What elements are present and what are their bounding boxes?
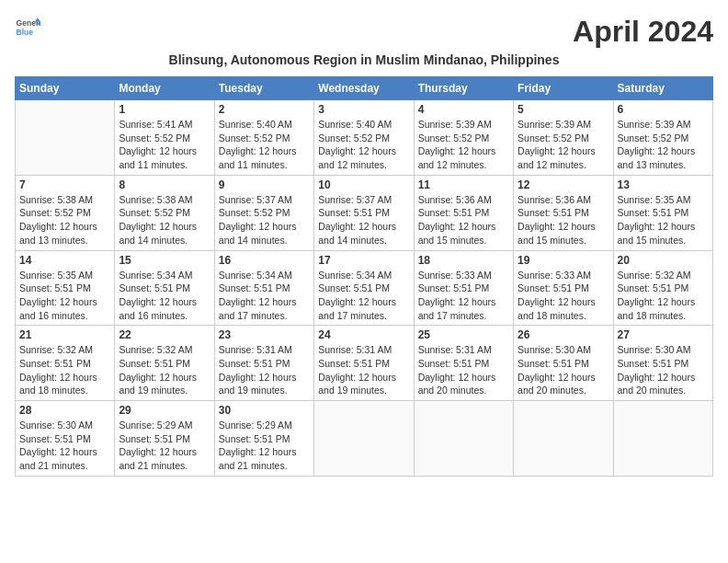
- calendar-table: SundayMondayTuesdayWednesdayThursdayFrid…: [15, 76, 713, 477]
- calendar-cell: 10Sunrise: 5:37 AM Sunset: 5:51 PM Dayli…: [314, 175, 414, 250]
- day-info: Sunrise: 5:37 AM Sunset: 5:52 PM Dayligh…: [219, 193, 310, 247]
- calendar-cell: 29Sunrise: 5:29 AM Sunset: 5:51 PM Dayli…: [115, 401, 214, 477]
- day-info: Sunrise: 5:32 AM Sunset: 5:51 PM Dayligh…: [119, 343, 210, 397]
- calendar-cell: 16Sunrise: 5:34 AM Sunset: 5:51 PM Dayli…: [214, 250, 313, 326]
- day-info: Sunrise: 5:39 AM Sunset: 5:52 PM Dayligh…: [618, 118, 709, 172]
- calendar-cell: 5Sunrise: 5:39 AM Sunset: 5:52 PM Daylig…: [514, 100, 613, 176]
- day-info: Sunrise: 5:34 AM Sunset: 5:51 PM Dayligh…: [119, 269, 210, 323]
- day-number: 13: [618, 178, 709, 191]
- subtitle: Blinsung, Autonomous Region in Muslim Mi…: [15, 52, 713, 67]
- day-number: 25: [418, 328, 509, 341]
- day-number: 20: [618, 254, 709, 267]
- svg-text:Blue: Blue: [17, 28, 34, 37]
- calendar-week-3: 14Sunrise: 5:35 AM Sunset: 5:51 PM Dayli…: [16, 250, 713, 326]
- calendar-body: 1Sunrise: 5:41 AM Sunset: 5:52 PM Daylig…: [16, 100, 713, 477]
- day-number: 24: [318, 328, 409, 341]
- day-info: Sunrise: 5:36 AM Sunset: 5:51 PM Dayligh…: [518, 193, 609, 247]
- day-info: Sunrise: 5:31 AM Sunset: 5:51 PM Dayligh…: [318, 343, 409, 397]
- day-info: Sunrise: 5:34 AM Sunset: 5:51 PM Dayligh…: [219, 269, 310, 323]
- weekday-header-friday: Friday: [514, 77, 613, 100]
- day-number: 2: [219, 103, 310, 116]
- day-number: 15: [119, 254, 210, 267]
- day-info: Sunrise: 5:41 AM Sunset: 5:52 PM Dayligh…: [119, 118, 210, 172]
- calendar-cell: 26Sunrise: 5:30 AM Sunset: 5:51 PM Dayli…: [514, 326, 613, 401]
- calendar-cell: 9Sunrise: 5:37 AM Sunset: 5:52 PM Daylig…: [214, 175, 313, 250]
- day-info: Sunrise: 5:38 AM Sunset: 5:52 PM Dayligh…: [119, 193, 210, 247]
- month-title: April 2024: [573, 15, 713, 49]
- day-info: Sunrise: 5:33 AM Sunset: 5:51 PM Dayligh…: [418, 269, 509, 323]
- day-info: Sunrise: 5:39 AM Sunset: 5:52 PM Dayligh…: [418, 118, 509, 172]
- calendar-cell: [613, 401, 712, 477]
- calendar-cell: 14Sunrise: 5:35 AM Sunset: 5:51 PM Dayli…: [16, 250, 115, 326]
- calendar-cell: 15Sunrise: 5:34 AM Sunset: 5:51 PM Dayli…: [115, 250, 214, 326]
- day-info: Sunrise: 5:40 AM Sunset: 5:52 PM Dayligh…: [219, 118, 310, 172]
- calendar-cell: 21Sunrise: 5:32 AM Sunset: 5:51 PM Dayli…: [16, 326, 115, 401]
- calendar-cell: 25Sunrise: 5:31 AM Sunset: 5:51 PM Dayli…: [414, 326, 513, 401]
- calendar-cell: 4Sunrise: 5:39 AM Sunset: 5:52 PM Daylig…: [414, 100, 513, 176]
- calendar-cell: 12Sunrise: 5:36 AM Sunset: 5:51 PM Dayli…: [514, 175, 613, 250]
- calendar-cell: 28Sunrise: 5:30 AM Sunset: 5:51 PM Dayli…: [16, 401, 115, 477]
- day-number: 8: [119, 178, 210, 191]
- day-info: Sunrise: 5:30 AM Sunset: 5:51 PM Dayligh…: [618, 343, 709, 397]
- day-number: 12: [518, 178, 609, 191]
- calendar-cell: 3Sunrise: 5:40 AM Sunset: 5:52 PM Daylig…: [314, 100, 414, 176]
- calendar-cell: 11Sunrise: 5:36 AM Sunset: 5:51 PM Dayli…: [414, 175, 513, 250]
- day-info: Sunrise: 5:33 AM Sunset: 5:51 PM Dayligh…: [518, 269, 609, 323]
- calendar-week-5: 28Sunrise: 5:30 AM Sunset: 5:51 PM Dayli…: [16, 401, 713, 477]
- calendar-header: SundayMondayTuesdayWednesdayThursdayFrid…: [16, 77, 713, 100]
- day-number: 26: [518, 328, 609, 341]
- day-number: 9: [219, 178, 310, 191]
- day-info: Sunrise: 5:37 AM Sunset: 5:51 PM Dayligh…: [318, 193, 409, 247]
- calendar-cell: 8Sunrise: 5:38 AM Sunset: 5:52 PM Daylig…: [115, 175, 214, 250]
- weekday-header-wednesday: Wednesday: [314, 77, 414, 100]
- page-header: General Blue April 2024: [15, 15, 713, 49]
- day-info: Sunrise: 5:38 AM Sunset: 5:52 PM Dayligh…: [19, 193, 110, 247]
- day-number: 6: [618, 103, 709, 116]
- day-number: 27: [618, 328, 709, 341]
- day-number: 10: [318, 178, 409, 191]
- weekday-header-thursday: Thursday: [414, 77, 513, 100]
- day-number: 4: [418, 103, 509, 116]
- day-info: Sunrise: 5:31 AM Sunset: 5:51 PM Dayligh…: [418, 343, 509, 397]
- calendar-cell: 7Sunrise: 5:38 AM Sunset: 5:52 PM Daylig…: [16, 175, 115, 250]
- calendar-cell: 20Sunrise: 5:32 AM Sunset: 5:51 PM Dayli…: [613, 250, 712, 326]
- day-number: 7: [19, 178, 110, 191]
- day-number: 3: [318, 103, 409, 116]
- calendar-cell: 13Sunrise: 5:35 AM Sunset: 5:51 PM Dayli…: [613, 175, 712, 250]
- day-number: 5: [518, 103, 609, 116]
- calendar-week-4: 21Sunrise: 5:32 AM Sunset: 5:51 PM Dayli…: [16, 326, 713, 401]
- day-number: 30: [219, 404, 310, 417]
- day-info: Sunrise: 5:32 AM Sunset: 5:51 PM Dayligh…: [618, 269, 709, 323]
- calendar-cell: 22Sunrise: 5:32 AM Sunset: 5:51 PM Dayli…: [115, 326, 214, 401]
- day-number: 17: [318, 254, 409, 267]
- calendar-cell: 27Sunrise: 5:30 AM Sunset: 5:51 PM Dayli…: [613, 326, 712, 401]
- day-number: 19: [518, 254, 609, 267]
- calendar-week-2: 7Sunrise: 5:38 AM Sunset: 5:52 PM Daylig…: [16, 175, 713, 250]
- day-number: 23: [219, 328, 310, 341]
- day-number: 28: [19, 404, 110, 417]
- logo-icon: General Blue: [15, 15, 40, 40]
- day-info: Sunrise: 5:31 AM Sunset: 5:51 PM Dayligh…: [219, 343, 310, 397]
- day-info: Sunrise: 5:29 AM Sunset: 5:51 PM Dayligh…: [219, 419, 310, 473]
- calendar-cell: 24Sunrise: 5:31 AM Sunset: 5:51 PM Dayli…: [314, 326, 414, 401]
- calendar-cell: [414, 401, 513, 477]
- day-info: Sunrise: 5:36 AM Sunset: 5:51 PM Dayligh…: [418, 193, 509, 247]
- weekday-header-sunday: Sunday: [16, 77, 115, 100]
- day-info: Sunrise: 5:32 AM Sunset: 5:51 PM Dayligh…: [19, 343, 110, 397]
- day-number: 16: [219, 254, 310, 267]
- day-number: 21: [19, 328, 110, 341]
- calendar-cell: 18Sunrise: 5:33 AM Sunset: 5:51 PM Dayli…: [414, 250, 513, 326]
- day-info: Sunrise: 5:30 AM Sunset: 5:51 PM Dayligh…: [19, 419, 110, 473]
- day-info: Sunrise: 5:39 AM Sunset: 5:52 PM Dayligh…: [518, 118, 609, 172]
- calendar-cell: 17Sunrise: 5:34 AM Sunset: 5:51 PM Dayli…: [314, 250, 414, 326]
- calendar-cell: 1Sunrise: 5:41 AM Sunset: 5:52 PM Daylig…: [115, 100, 214, 176]
- day-info: Sunrise: 5:40 AM Sunset: 5:52 PM Dayligh…: [318, 118, 409, 172]
- day-info: Sunrise: 5:29 AM Sunset: 5:51 PM Dayligh…: [119, 419, 210, 473]
- day-info: Sunrise: 5:35 AM Sunset: 5:51 PM Dayligh…: [618, 193, 709, 247]
- calendar-cell: [16, 100, 115, 176]
- day-info: Sunrise: 5:35 AM Sunset: 5:51 PM Dayligh…: [19, 269, 110, 323]
- logo: General Blue: [15, 15, 40, 40]
- day-number: 11: [418, 178, 509, 191]
- calendar-cell: 19Sunrise: 5:33 AM Sunset: 5:51 PM Dayli…: [514, 250, 613, 326]
- calendar-cell: 6Sunrise: 5:39 AM Sunset: 5:52 PM Daylig…: [613, 100, 712, 176]
